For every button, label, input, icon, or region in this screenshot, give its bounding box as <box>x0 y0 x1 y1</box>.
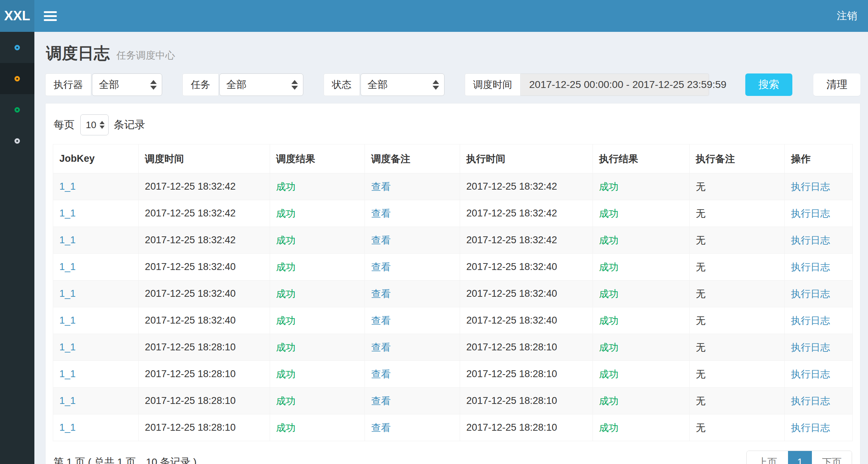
status-select-value: 全部 <box>367 78 388 92</box>
trigger-msg-link[interactable]: 查看 <box>365 227 460 254</box>
exec-log-link[interactable]: 执行日志 <box>785 414 853 441</box>
trigger-result: 成功 <box>270 414 365 441</box>
handle-msg: 无 <box>690 280 785 307</box>
jobkey-link[interactable]: 1_1 <box>53 254 139 280</box>
logout-link[interactable]: 注销 <box>837 9 857 23</box>
handle-msg: 无 <box>690 307 785 334</box>
executor-filter-group: 执行器 全部 <box>45 73 162 96</box>
handle-time: 2017-12-25 18:28:10 <box>460 414 593 441</box>
handle-time: 2017-12-25 18:32:40 <box>460 254 593 280</box>
table-row: 1_12017-12-25 18:28:10成功查看2017-12-25 18:… <box>53 414 853 441</box>
exec-log-link[interactable]: 执行日志 <box>785 361 853 388</box>
jobkey-link[interactable]: 1_1 <box>53 388 139 414</box>
trigger-time: 2017-12-25 18:28:10 <box>139 334 270 361</box>
handle-result: 成功 <box>593 200 690 227</box>
trigger-result: 成功 <box>270 200 365 227</box>
exec-log-link[interactable]: 执行日志 <box>785 254 853 280</box>
page-size-control: 每页 10 条记录 <box>53 110 853 144</box>
jobkey-link[interactable]: 1_1 <box>53 414 139 441</box>
time-range-input[interactable]: 2017-12-25 00:00:00 - 2017-12-25 23:59:5… <box>521 73 709 96</box>
search-button[interactable]: 搜索 <box>745 73 792 96</box>
trigger-result: 成功 <box>270 254 365 280</box>
handle-time: 2017-12-25 18:32:40 <box>460 280 593 307</box>
app-logo[interactable]: XXL <box>0 0 34 32</box>
trigger-time: 2017-12-25 18:28:10 <box>139 361 270 388</box>
executor-select-value: 全部 <box>99 78 119 92</box>
jobkey-link[interactable]: 1_1 <box>53 307 139 334</box>
exec-log-link[interactable]: 执行日志 <box>785 388 853 414</box>
column-header: 执行时间 <box>460 144 593 173</box>
trigger-msg-link[interactable]: 查看 <box>365 388 460 414</box>
select-stepper-icon <box>100 121 105 129</box>
trigger-msg-link[interactable]: 查看 <box>365 280 460 307</box>
trigger-time: 2017-12-25 18:32:42 <box>139 173 270 200</box>
prev-page-button[interactable]: 上页 <box>747 451 788 464</box>
trigger-msg-link[interactable]: 查看 <box>365 254 460 280</box>
sidebar-item-1[interactable] <box>0 32 34 63</box>
trigger-msg-link[interactable]: 查看 <box>365 200 460 227</box>
jobkey-link[interactable]: 1_1 <box>53 173 139 200</box>
handle-msg: 无 <box>690 361 785 388</box>
sidebar-item-2[interactable] <box>0 63 34 94</box>
circle-o-icon <box>14 138 20 144</box>
table-row: 1_12017-12-25 18:32:40成功查看2017-12-25 18:… <box>53 280 853 307</box>
current-page-button[interactable]: 1 <box>788 451 812 464</box>
handle-msg: 无 <box>690 173 785 200</box>
trigger-msg-link[interactable]: 查看 <box>365 361 460 388</box>
executor-select[interactable]: 全部 <box>92 73 162 96</box>
trigger-msg-link[interactable]: 查看 <box>365 414 460 441</box>
time-filter-group: 调度时间 2017-12-25 00:00:00 - 2017-12-25 23… <box>465 73 709 96</box>
exec-log-link[interactable]: 执行日志 <box>785 227 853 254</box>
page-size-select[interactable]: 10 <box>80 114 109 135</box>
log-table: JobKey调度时间调度结果调度备注执行时间执行结果执行备注操作 1_12017… <box>53 144 853 441</box>
trigger-time: 2017-12-25 18:28:10 <box>139 388 270 414</box>
exec-log-link[interactable]: 执行日志 <box>785 307 853 334</box>
trigger-msg-link[interactable]: 查看 <box>365 173 460 200</box>
table-footer: 第 1 页 ( 总共 1 页，10 条记录 ) 上页 1 下页 <box>53 451 853 464</box>
trigger-result: 成功 <box>270 280 365 307</box>
exec-log-link[interactable]: 执行日志 <box>785 334 853 361</box>
jobkey-link[interactable]: 1_1 <box>53 280 139 307</box>
status-select[interactable]: 全部 <box>361 73 444 96</box>
clear-button[interactable]: 清理 <box>813 73 860 96</box>
trigger-result: 成功 <box>270 227 365 254</box>
pagination: 上页 1 下页 <box>746 451 852 464</box>
circle-o-icon <box>14 107 20 113</box>
job-filter-label: 任务 <box>182 73 219 96</box>
page-subtitle: 任务调度中心 <box>116 50 175 61</box>
handle-time: 2017-12-25 18:28:10 <box>460 388 593 414</box>
sidebar-item-4[interactable] <box>0 125 34 156</box>
handle-result: 成功 <box>593 414 690 441</box>
trigger-msg-link[interactable]: 查看 <box>365 307 460 334</box>
exec-log-link[interactable]: 执行日志 <box>785 200 853 227</box>
page-title: 调度日志 <box>46 44 110 62</box>
job-select[interactable]: 全部 <box>219 73 303 96</box>
handle-time: 2017-12-25 18:32:40 <box>460 307 593 334</box>
jobkey-link[interactable]: 1_1 <box>53 227 139 254</box>
column-header: 调度备注 <box>365 144 460 173</box>
sidebar-toggle-icon[interactable] <box>44 9 58 23</box>
select-stepper-icon <box>150 80 157 90</box>
exec-log-link[interactable]: 执行日志 <box>785 280 853 307</box>
column-header: 执行备注 <box>690 144 785 173</box>
handle-msg: 无 <box>690 200 785 227</box>
jobkey-link[interactable]: 1_1 <box>53 361 139 388</box>
handle-result: 成功 <box>593 173 690 200</box>
trigger-time: 2017-12-25 18:32:42 <box>139 200 270 227</box>
page-header: 调度日志 任务调度中心 <box>45 32 860 73</box>
handle-result: 成功 <box>593 388 690 414</box>
select-stepper-icon <box>291 80 298 90</box>
jobkey-link[interactable]: 1_1 <box>53 200 139 227</box>
trigger-msg-link[interactable]: 查看 <box>365 334 460 361</box>
handle-result: 成功 <box>593 254 690 280</box>
exec-log-link[interactable]: 执行日志 <box>785 173 853 200</box>
pagination-info: 第 1 页 ( 总共 1 页，10 条记录 ) <box>54 455 197 464</box>
circle-o-icon <box>14 45 20 50</box>
handle-result: 成功 <box>593 227 690 254</box>
handle-msg: 无 <box>690 254 785 280</box>
next-page-button[interactable]: 下页 <box>812 451 852 464</box>
handle-result: 成功 <box>593 280 690 307</box>
sidebar-item-3[interactable] <box>0 94 34 125</box>
jobkey-link[interactable]: 1_1 <box>53 334 139 361</box>
trigger-result: 成功 <box>270 361 365 388</box>
